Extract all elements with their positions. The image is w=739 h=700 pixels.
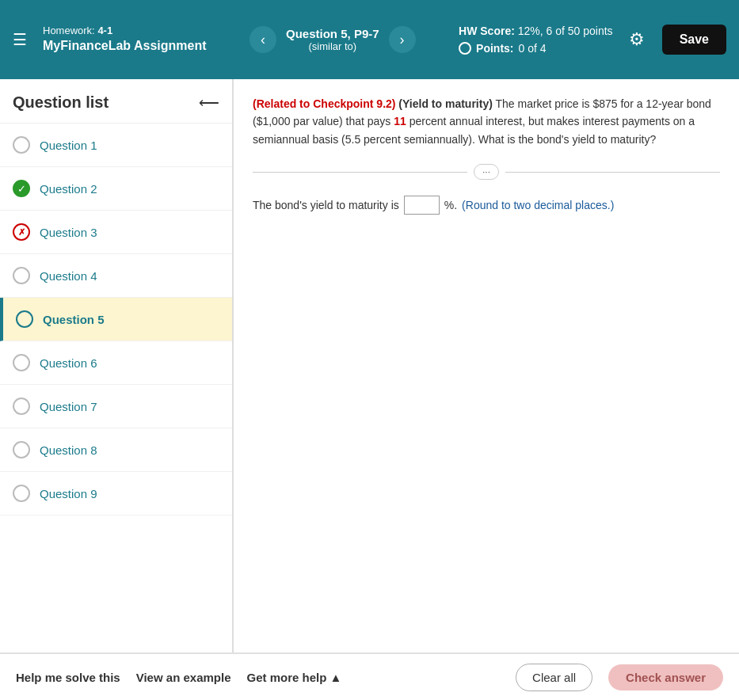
q3-label: Question 3 — [40, 226, 97, 239]
q4-label: Question 4 — [40, 269, 97, 283]
hw-code: 4-1 — [97, 25, 112, 36]
points-label: Points: — [476, 40, 513, 57]
answer-suffix: %. — [444, 199, 457, 211]
q6-label: Question 6 — [40, 356, 97, 370]
check-answer-button[interactable]: Check answer — [608, 664, 723, 690]
hw-name: MyFinanceLab Assignment — [43, 38, 207, 55]
sidebar-item-question-4[interactable]: Question 4 — [0, 254, 232, 298]
header: ☰ Homework: 4-1 MyFinanceLab Assignment … — [0, 0, 739, 79]
sidebar-item-question-9[interactable]: Question 9 — [0, 472, 232, 515]
q8-label: Question 8 — [40, 443, 97, 457]
sidebar-header: Question list ⟵ — [0, 79, 232, 124]
sidebar-item-question-3[interactable]: ✗ Question 3 — [0, 211, 232, 254]
q7-label: Question 7 — [40, 400, 97, 413]
sidebar-item-question-5[interactable]: Question 5 — [0, 298, 232, 341]
q9-status-icon — [13, 485, 30, 502]
sidebar-item-question-2[interactable]: ✓ Question 2 — [0, 167, 232, 211]
q2-status-icon: ✓ — [13, 180, 30, 197]
header-nav: ‹ Question 5, P9-7 (similar to) › — [216, 26, 450, 53]
round-hint: (Round to two decimal places.) — [462, 199, 614, 211]
header-score: HW Score: 12%, 6 of 50 points Points: 0 … — [459, 22, 613, 58]
hw-label-text: Homework: — [43, 25, 95, 36]
yield-answer-input[interactable] — [404, 196, 440, 215]
sidebar: Question list ⟵ Question 1 ✓ Question 2 … — [0, 79, 234, 652]
sidebar-item-question-1[interactable]: Question 1 — [0, 124, 232, 167]
current-question-label: Question 5, P9-7 (similar to) — [286, 27, 379, 52]
divider-line-right — [505, 172, 720, 173]
q1-status-icon — [13, 136, 30, 154]
divider-line-left — [253, 172, 467, 173]
hw-score-label: HW Score: — [459, 25, 515, 37]
checkpoint-ref: (Related to Checkpoint 9.2) — [253, 97, 395, 110]
divider-dots[interactable]: ··· — [474, 164, 499, 180]
sidebar-item-question-8[interactable]: Question 8 — [0, 428, 232, 472]
gear-icon[interactable]: ⚙ — [629, 29, 645, 50]
question-text: (Related to Checkpoint 9.2) (Yield to ma… — [253, 95, 720, 148]
menu-icon[interactable]: ☰ — [13, 30, 27, 49]
divider-row: ··· — [253, 164, 720, 180]
points-value: 0 of 4 — [519, 40, 547, 57]
question-type: (Yield to maturity) — [398, 97, 493, 110]
sidebar-item-question-7[interactable]: Question 7 — [0, 385, 232, 428]
highlight-number: 11 — [394, 115, 406, 127]
sidebar-title: Question list — [13, 93, 109, 112]
q5-status-icon — [16, 310, 33, 328]
help-solve-button[interactable]: Help me solve this — [16, 671, 120, 684]
answer-prefix: The bond's yield to maturity is — [253, 199, 399, 211]
next-question-button[interactable]: › — [389, 26, 416, 53]
header-title: Homework: 4-1 MyFinanceLab Assignment — [43, 25, 207, 55]
get-more-help-button[interactable]: Get more help ▲ — [247, 671, 342, 684]
q9-label: Question 9 — [40, 487, 97, 500]
main-layout: Question list ⟵ Question 1 ✓ Question 2 … — [0, 79, 739, 652]
sidebar-collapse-icon[interactable]: ⟵ — [199, 94, 219, 112]
hw-score-value: 12%, 6 of 50 points — [518, 25, 613, 37]
points-circle-icon — [459, 42, 471, 55]
q1-label: Question 1 — [40, 139, 97, 152]
q6-status-icon — [13, 354, 30, 371]
sidebar-item-question-6[interactable]: Question 6 — [0, 341, 232, 385]
clear-all-button[interactable]: Clear all — [516, 664, 592, 691]
q2-label: Question 2 — [40, 182, 97, 196]
q5-label: Question 5 — [43, 313, 105, 326]
view-example-button[interactable]: View an example — [136, 671, 231, 684]
q3-status-icon: ✗ — [13, 223, 30, 241]
bottom-bar: Help me solve this View an example Get m… — [0, 652, 739, 700]
q7-status-icon — [13, 398, 30, 415]
prev-question-button[interactable]: ‹ — [250, 26, 276, 53]
q8-status-icon — [13, 441, 30, 458]
content-area: (Related to Checkpoint 9.2) (Yield to ma… — [234, 79, 739, 652]
q4-status-icon — [13, 267, 30, 284]
save-button[interactable]: Save — [662, 25, 726, 55]
answer-row: The bond's yield to maturity is %. (Roun… — [253, 196, 720, 215]
